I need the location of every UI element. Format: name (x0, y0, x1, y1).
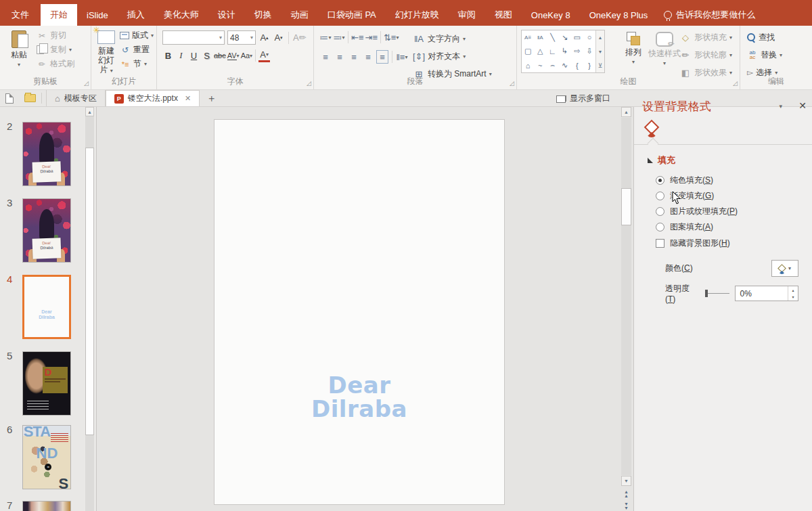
panel-options-chevron-icon[interactable]: ▾ (779, 103, 782, 110)
scrollbar-thumb[interactable] (85, 148, 94, 435)
shape-arrow-icon[interactable]: ↘ (559, 30, 571, 45)
shape-freeform-icon[interactable]: ⌂ (522, 58, 534, 72)
font-size-combo[interactable]: 48 ▾ (227, 30, 256, 45)
tab-review[interactable]: 审阅 (449, 4, 485, 26)
tab-animations[interactable]: 动画 (281, 4, 318, 26)
template-zone-tab[interactable]: ⌂ 模板专区 (46, 90, 106, 106)
tab-transitions[interactable]: 切换 (245, 4, 281, 26)
paste-button[interactable]: 粘贴 ▾ (4, 26, 34, 79)
justify-button[interactable]: ≡ (362, 50, 374, 64)
character-spacing-button[interactable]: AV▾ (227, 49, 240, 62)
line-spacing-button[interactable]: ⇅≡▾ (384, 30, 399, 44)
shape-elbow-arrow-icon[interactable]: ↳ (559, 45, 571, 59)
shape-triangle-icon[interactable]: △ (534, 45, 546, 59)
spin-down-icon[interactable]: ▾ (788, 294, 798, 301)
shape-down-arrow-icon[interactable]: ⇩ (583, 45, 595, 59)
new-slide-button[interactable]: 新建幻灯片 ▾ (95, 26, 117, 79)
shrink-font-button[interactable]: A▾ (273, 31, 284, 45)
dialog-launcher-icon[interactable]: ◿ (510, 80, 514, 87)
gallery-more-icon[interactable]: ⊻ (596, 58, 604, 72)
tab-insert[interactable]: 插入 (118, 4, 154, 26)
tab-view[interactable]: 视图 (485, 4, 522, 26)
reset-button[interactable]: ↺ 重置 (117, 43, 156, 57)
picture-texture-fill-radio[interactable]: 图片或纹理填充(P) (656, 206, 738, 217)
spin-up-icon[interactable]: ▴ (788, 286, 798, 294)
shape-line-icon[interactable]: ╲ (546, 30, 558, 45)
text-shadow-button[interactable]: S (201, 49, 212, 62)
shape-outline-button[interactable]: ✏ 形状轮廓 ▾ (679, 46, 732, 64)
close-document-icon[interactable]: ✕ (185, 94, 191, 103)
grow-font-button[interactable]: A▴ (258, 31, 270, 45)
slide-title-text[interactable]: DearDilraba (215, 374, 504, 421)
dialog-launcher-icon[interactable]: ◿ (733, 80, 738, 87)
scroll-down-icon[interactable]: ▼ (621, 476, 631, 486)
shape-textbox-icon[interactable]: A≡ (522, 30, 534, 45)
pattern-fill-radio[interactable]: 图案填充(A) (656, 221, 713, 233)
show-multiple-windows-button[interactable]: 显示多窗口 (558, 90, 610, 107)
shape-right-brace-icon[interactable]: } (583, 58, 595, 72)
decrease-indent-button[interactable]: ⇤≡ (351, 30, 363, 44)
transparency-slider[interactable] (705, 290, 729, 297)
find-button[interactable]: 查找 (747, 28, 812, 46)
shape-left-brace-icon[interactable]: { (571, 58, 583, 72)
current-slide[interactable]: DearDilraba (214, 119, 505, 505)
transparency-input[interactable]: 0% ▴ ▾ (735, 286, 798, 301)
shape-oval-icon[interactable]: ○ (583, 30, 595, 45)
align-left-button[interactable]: ≡ (319, 50, 332, 64)
canvas-scrollbar[interactable]: ▲ ▼ ▴▴ ▾▾ (621, 107, 631, 511)
tab-design[interactable]: 设计 (208, 4, 245, 26)
open-folder-button[interactable] (19, 90, 41, 106)
hide-background-graphics-checkbox[interactable]: 隐藏背景图形(H) (656, 238, 730, 249)
gallery-scroll-down-icon[interactable]: ▼ (596, 45, 604, 59)
change-case-button[interactable]: Aa▾ (241, 49, 252, 62)
tab-file[interactable]: 文件 (0, 4, 41, 26)
distribute-button[interactable]: ≡ (376, 50, 388, 64)
columns-button[interactable]: ‖≡▾ (396, 50, 408, 64)
shape-scribble-icon[interactable]: ~ (534, 58, 546, 72)
text-direction-button[interactable]: ‖A 文字方向 ▾ (413, 30, 492, 47)
section-button[interactable]: *≡ 节 ▾ (117, 57, 156, 71)
panel-close-icon[interactable]: ✕ (798, 100, 807, 111)
tab-meihua-dashi[interactable]: 美化大师 (154, 4, 208, 26)
fill-section-header[interactable]: 填充 (648, 154, 675, 166)
gradient-fill-radio[interactable]: 渐变填充(G) (656, 190, 714, 202)
shape-vertical-textbox-icon[interactable]: ‖A (534, 30, 546, 45)
layout-button[interactable]: 版式 ▾ (117, 28, 156, 43)
new-document-button[interactable] (0, 90, 19, 106)
align-right-button[interactable]: ≡ (348, 50, 360, 64)
copy-button[interactable]: 复制 ▾ (34, 43, 77, 57)
spinner[interactable]: ▴ ▾ (788, 286, 798, 301)
format-painter-button[interactable]: ✏ 格式刷 (34, 57, 77, 71)
align-text-button[interactable]: [⇕] 对齐文本 ▾ (413, 47, 492, 65)
bold-button[interactable]: B (162, 49, 174, 62)
clear-formatting-button[interactable]: A✏ (293, 31, 307, 45)
font-name-combo[interactable]: ▾ (162, 30, 225, 45)
bullets-button[interactable]: ≔▾ (319, 30, 332, 44)
replace-button[interactable]: abac 替换 ▾ (747, 46, 812, 64)
shape-rounded-rectangle-icon[interactable]: ▢ (522, 45, 534, 59)
italic-button[interactable]: I (175, 49, 187, 62)
shape-arc-icon[interactable]: ⌢ (546, 58, 558, 72)
document-tab[interactable]: P 镂空大法.pptx ✕ (106, 90, 200, 106)
shape-curve-icon[interactable]: ∿ (559, 58, 571, 72)
tab-slideshow[interactable]: 幻灯片放映 (386, 4, 449, 26)
cut-button[interactable]: ✂ 剪切 (34, 28, 77, 43)
shape-right-arrow-icon[interactable]: ⇨ (571, 45, 583, 59)
underline-button[interactable]: U (188, 49, 200, 62)
tab-onekey8plus[interactable]: OneKey 8 Plus (580, 4, 658, 26)
gallery-scroll-up-icon[interactable]: ▲ (596, 30, 604, 45)
color-picker-button[interactable]: ▾ (771, 260, 798, 277)
numbering-button[interactable]: ≕▾ (333, 30, 345, 44)
scrollbar-thumb[interactable] (621, 188, 631, 225)
add-tab-button[interactable]: ＋ (200, 90, 223, 106)
tab-home[interactable]: 开始 (41, 4, 77, 26)
align-center-button[interactable]: ≡ (334, 50, 346, 64)
strikethrough-button[interactable]: abc (214, 49, 226, 62)
font-color-button[interactable]: A▾ (258, 49, 270, 62)
dialog-launcher-icon[interactable]: ◿ (84, 80, 89, 87)
tell-me-box[interactable]: 告诉我你想要做什么 (657, 4, 762, 26)
shape-elbow-connector-icon[interactable]: ∟ (546, 45, 558, 59)
previous-slide-button[interactable]: ▴▴ (621, 490, 631, 498)
increase-indent-button[interactable]: ⇥≡ (365, 30, 377, 44)
fill-bucket-icon[interactable] (644, 120, 660, 135)
